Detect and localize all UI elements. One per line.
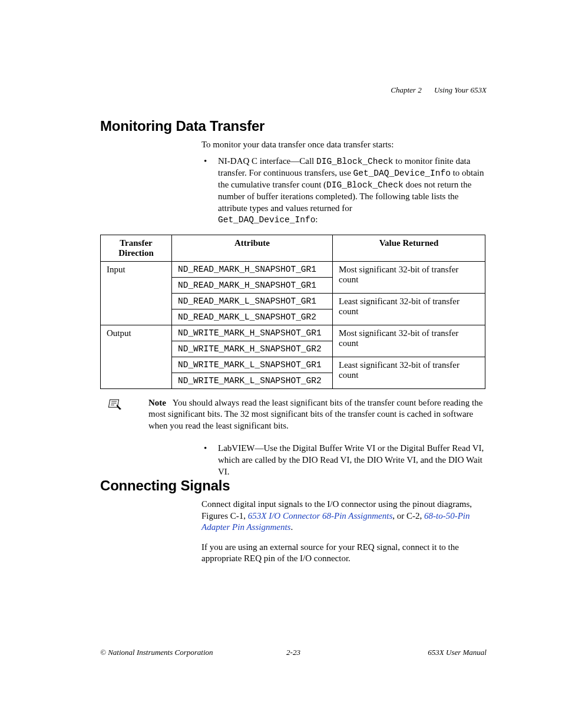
header-line: Transfer xyxy=(120,238,153,248)
bullet-nidaq: NI-DAQ C interface—Call DIG_Block_Check … xyxy=(201,156,487,226)
code-fragment: Get_DAQ_Device_Info xyxy=(218,215,315,225)
note-label: Note xyxy=(148,398,166,407)
bullet-labview: LabVIEW—Use the Digital Buffer Write VI … xyxy=(201,443,487,477)
text-fragment: . xyxy=(290,522,293,532)
code-fragment: DIG_Block_Check xyxy=(326,180,404,190)
link-68pin[interactable]: 653X I/O Connector 68-Pin Assignments xyxy=(248,511,393,521)
cell-value: Least significant 32-bit of transfer cou… xyxy=(333,357,485,388)
note-text: Note You should always read the least si… xyxy=(148,397,487,432)
bullet-list-2: LabVIEW—Use the Digital Buffer Write VI … xyxy=(201,443,487,477)
connecting-para2: If you are using an external source for … xyxy=(201,542,487,565)
intro-text: To monitor your data transfer once data … xyxy=(201,139,487,151)
col-header-direction: Transfer Direction xyxy=(101,235,172,261)
note-block: Note You should always read the least si… xyxy=(108,397,487,432)
footer-manual-title: 653X User Manual xyxy=(428,648,487,657)
page-footer: © National Instruments Corporation 2-23 … xyxy=(100,648,487,657)
content: Monitoring Data Transfer To monitor your… xyxy=(100,118,487,565)
note-body: You should always read the least signifi… xyxy=(148,398,482,431)
cell-value: Most significant 32-bit of transfer coun… xyxy=(333,261,485,293)
cell-attribute: ND_WRITE_MARK_L_SNAPSHOT_GR2 xyxy=(172,373,333,388)
table-row: Input ND_READ_MARK_H_SNAPSHOT_GR1 Most s… xyxy=(101,261,485,277)
cell-attribute: ND_WRITE_MARK_L_SNAPSHOT_GR1 xyxy=(172,357,333,373)
text-fragment: NI-DAQ C interface—Call xyxy=(218,156,316,166)
table-row: Output ND_WRITE_MARK_H_SNAPSHOT_GR1 Most… xyxy=(101,325,485,341)
running-header: Chapter 2 Using Your 653X xyxy=(380,85,487,95)
footer-page-number: 2-23 xyxy=(286,648,300,657)
chapter-title: Using Your 653X xyxy=(434,85,487,94)
cell-attribute: ND_READ_MARK_H_SNAPSHOT_GR1 xyxy=(172,261,333,277)
header-line: Direction xyxy=(118,248,154,258)
col-header-value: Value Returned xyxy=(333,235,485,261)
cell-attribute: ND_READ_MARK_L_SNAPSHOT_GR1 xyxy=(172,293,333,309)
section1-body2: LabVIEW—Use the Digital Buffer Write VI … xyxy=(201,443,487,477)
text-fragment: , or C-2, xyxy=(392,511,424,521)
cell-value: Least significant 32-bit of transfer cou… xyxy=(333,293,485,325)
code-fragment: Get_DAQ_Device_Info xyxy=(353,169,451,178)
note-icon xyxy=(108,398,123,413)
code-fragment: DIG_Block_Check xyxy=(316,157,394,166)
section-heading-connecting: Connecting Signals xyxy=(100,477,487,494)
col-header-attribute: Attribute xyxy=(172,235,333,261)
cell-attribute: ND_WRITE_MARK_H_SNAPSHOT_GR1 xyxy=(172,325,333,341)
footer-copyright: © National Instruments Corporation xyxy=(100,648,213,657)
attribute-table: Transfer Direction Attribute Value Retur… xyxy=(100,235,485,389)
cell-attribute: ND_WRITE_MARK_H_SNAPSHOT_GR2 xyxy=(172,341,333,357)
cell-attribute: ND_READ_MARK_L_SNAPSHOT_GR2 xyxy=(172,309,333,325)
section-heading-monitoring: Monitoring Data Transfer xyxy=(100,118,487,134)
section1-body: To monitor your data transfer once data … xyxy=(201,139,487,226)
connecting-para1: Connect digital input signals to the I/O… xyxy=(201,499,487,533)
page: Chapter 2 Using Your 653X Monitoring Dat… xyxy=(0,0,562,728)
text-fragment: : xyxy=(315,215,318,224)
bullet-list-1: NI-DAQ C interface—Call DIG_Block_Check … xyxy=(201,156,487,226)
cell-direction: Output xyxy=(101,325,172,388)
cell-value: Most significant 32-bit of transfer coun… xyxy=(333,325,485,357)
section2-body: Connect digital input signals to the I/O… xyxy=(201,499,487,565)
cell-direction: Input xyxy=(101,261,172,325)
chapter-label: Chapter 2 xyxy=(391,85,421,94)
cell-attribute: ND_READ_MARK_H_SNAPSHOT_GR1 xyxy=(172,277,333,293)
